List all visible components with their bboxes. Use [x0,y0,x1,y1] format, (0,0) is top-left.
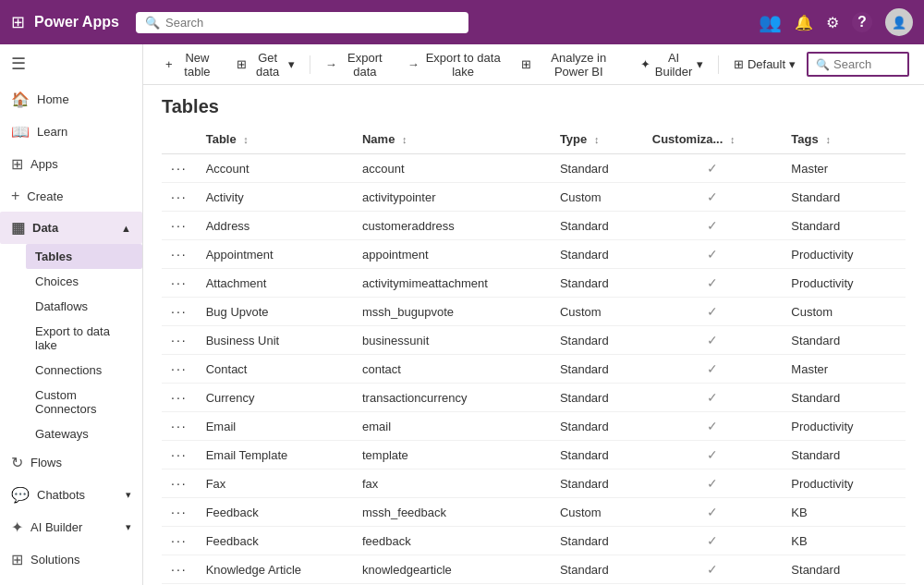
sidebar-toggle[interactable]: ☰ [0,44,142,83]
sidebar-item-choices[interactable]: Choices [26,269,142,294]
cell-customizable-12: ✓ [643,498,783,527]
aibuilder-chevron-icon: ▾ [126,521,131,533]
check-icon-12: ✓ [707,505,718,519]
new-table-button[interactable]: + New table [158,47,225,82]
people-icon[interactable]: 👥 [759,11,782,33]
default-button[interactable]: ⊞ Default ▾ [726,54,803,75]
table-row[interactable]: ··· Knowledge Article knowledgearticle S… [162,555,906,584]
table-row[interactable]: ··· Email Template template Standard ✓ S… [162,441,906,469]
cell-name-13: feedback [353,527,551,555]
sidebar-item-home[interactable]: 🏠 Home [0,83,142,116]
sidebar-item-connections[interactable]: Connections [26,358,142,383]
cell-name-7: contact [353,355,551,384]
waffle-icon[interactable]: ⊞ [11,12,25,32]
sidebar-data-section: Tables Choices Dataflows Export to data … [0,244,142,446]
row-dots-6[interactable]: ··· [162,326,197,355]
table-row[interactable]: ··· Contact contact Standard ✓ Master [162,355,906,384]
table-row[interactable]: ··· Account account Standard ✓ Master [162,154,906,183]
sidebar-item-flows[interactable]: ↻ Flows [0,446,142,479]
analyze-button[interactable]: ⊞ Analyze in Power BI [514,47,629,82]
cell-tags-12: KB [782,498,906,527]
row-dots-9[interactable]: ··· [162,412,197,441]
cell-table-13: Feedback [197,527,353,555]
cell-customizable-7: ✓ [643,355,783,384]
check-icon-14: ✓ [707,562,718,577]
sidebar-item-devtools[interactable]: ⚒ DevTools ▾ [0,576,142,585]
check-icon-13: ✓ [707,533,718,548]
export-label: Export to data lake [35,324,133,352]
sidebar-item-tables[interactable]: Tables [26,244,142,269]
sidebar-item-apps[interactable]: ⊞ Apps [0,148,142,180]
gear-icon[interactable]: ⚙ [826,14,839,31]
table-row[interactable]: ··· Email email Standard ✓ Productivity [162,412,906,441]
sidebar-item-export[interactable]: Export to data lake [26,319,142,358]
table-row[interactable]: ··· Feedback mssh_feedback Custom ✓ KB [162,498,906,527]
row-dots-10[interactable]: ··· [162,441,197,469]
bell-icon[interactable]: 🔔 [795,14,813,31]
table-row[interactable]: ··· Feedback feedback Standard ✓ KB [162,527,906,555]
toolbar-search-box[interactable]: 🔍 [807,52,909,77]
sidebar-item-data[interactable]: ▦ Data ▲ [0,212,142,244]
check-icon-8: ✓ [707,390,718,405]
row-dots-11[interactable]: ··· [162,469,197,498]
row-dots-3[interactable]: ··· [162,240,197,269]
check-icon-6: ✓ [707,333,718,347]
row-dots-1[interactable]: ··· [162,183,197,212]
sidebar-item-dataflows[interactable]: Dataflows [26,294,142,319]
ai-builder-chevron-icon: ▾ [697,57,703,71]
table-row[interactable]: ··· Business Unit businessunit Standard … [162,326,906,355]
sidebar-item-learn[interactable]: 📖 Learn [0,116,142,148]
sidebar-learn-label: Learn [37,125,67,139]
col-header-type[interactable]: Type ↕ [551,125,643,154]
toolbar-search-input[interactable] [833,57,900,71]
content-area: + New table ⊞ Get data ▾ → Export data →… [143,44,924,585]
row-dots-13[interactable]: ··· [162,527,197,555]
col-header-name[interactable]: Name ↕ [353,125,551,154]
sidebar-item-connectors[interactable]: Custom Connectors [26,383,142,421]
row-dots-8[interactable]: ··· [162,384,197,412]
top-search-bar[interactable]: 🔍 [136,12,468,33]
table-row[interactable]: ··· Appointment appointment Standard ✓ P… [162,240,906,269]
ai-builder-button[interactable]: ✦ AI Builder ▾ [633,47,711,82]
table-row[interactable]: ··· Bug Upvote mssh_bugupvote Custom ✓ C… [162,298,906,326]
table-row[interactable]: ··· Activity activitypointer Custom ✓ St… [162,183,906,212]
row-dots-4[interactable]: ··· [162,269,197,298]
col-header-table[interactable]: Table ↕ [197,125,353,154]
row-dots-2[interactable]: ··· [162,212,197,240]
export-lake-button[interactable]: → Export to data lake [400,47,511,82]
cell-type-2: Standard [551,212,643,240]
table-row[interactable]: ··· Fax fax Standard ✓ Productivity [162,469,906,498]
export-data-button[interactable]: → Export data [318,47,396,82]
sidebar-item-create[interactable]: + Create [0,180,142,212]
row-dots-7[interactable]: ··· [162,355,197,384]
row-dots-12[interactable]: ··· [162,498,197,527]
help-icon[interactable]: ? [852,12,872,32]
top-search-input[interactable] [165,16,459,30]
avatar[interactable]: 👤 [885,8,913,36]
cell-name-2: customeraddress [353,212,551,240]
check-icon-10: ✓ [707,447,718,462]
cell-tags-4: Productivity [782,269,906,298]
table-row[interactable]: ··· Address customeraddress Standard ✓ S… [162,212,906,240]
sidebar-item-solutions[interactable]: ⊞ Solutions [0,543,142,576]
table-row[interactable]: ··· Attachment activitymimeattachment St… [162,269,906,298]
col-header-dots [162,125,197,154]
cell-tags-0: Master [782,154,906,183]
connections-label: Connections [35,363,102,377]
sidebar-apps-label: Apps [30,157,58,171]
col-header-customizable[interactable]: Customiza... ↕ [643,125,783,154]
customizable-sort-icon: ↕ [730,134,736,145]
get-data-button[interactable]: ⊞ Get data ▾ [229,47,302,82]
sidebar-item-aibuilder[interactable]: ✦ AI Builder ▾ [0,511,142,543]
row-dots-14[interactable]: ··· [162,555,197,584]
cell-type-0: Standard [551,154,643,183]
sidebar-item-gateways[interactable]: Gateways [26,421,142,446]
sidebar-item-chatbots[interactable]: 💬 Chatbots ▾ [0,479,142,511]
row-dots-0[interactable]: ··· [162,154,197,183]
cell-name-9: email [353,412,551,441]
row-dots-5[interactable]: ··· [162,298,197,326]
cell-name-11: fax [353,469,551,498]
table-row[interactable]: ··· Currency transactioncurrency Standar… [162,384,906,412]
col-header-tags[interactable]: Tags ↕ [782,125,906,154]
cell-type-11: Standard [551,469,643,498]
